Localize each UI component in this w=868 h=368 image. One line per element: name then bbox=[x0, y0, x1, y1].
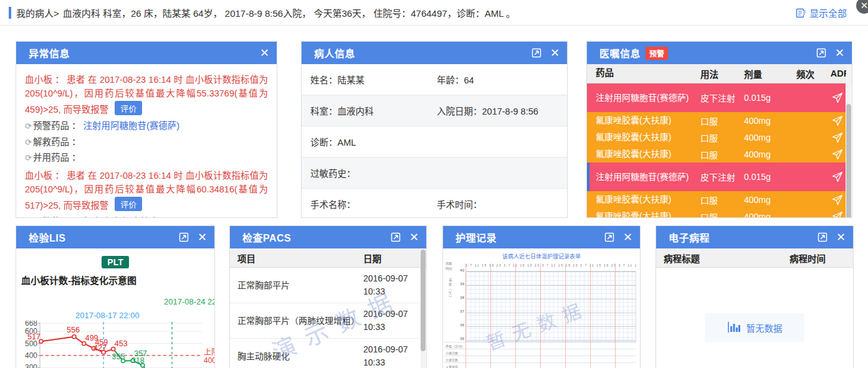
order-dose: 0.015g bbox=[744, 172, 796, 182]
order-dose: 0.015g bbox=[744, 93, 796, 103]
show-all-label: 显示全部 bbox=[809, 6, 847, 19]
order-row[interactable]: 注射用阿糖胞苷(赛德萨)皮下注射0.015g bbox=[587, 83, 846, 112]
send-adr-icon[interactable] bbox=[831, 131, 844, 144]
patient-field: 年龄：64 bbox=[437, 73, 567, 86]
send-adr-icon[interactable] bbox=[831, 171, 844, 183]
svg-text:517: 517 bbox=[27, 333, 41, 341]
nursing-panel: 护理记录 ✕ 该病人近七日体温护理记录表单 日期 时间 3 7 11 15 19… bbox=[442, 225, 641, 368]
panel-title: 检验LIS bbox=[29, 230, 65, 245]
cycle-icon: ⟳ bbox=[25, 217, 32, 218]
order-row[interactable]: 氟康唑胶囊(大扶康)口服400mg bbox=[587, 129, 846, 146]
alert-text: 血小板 ： 患者 在 2017-08-23 16:14 时 血小板计数指标值为 … bbox=[25, 171, 268, 210]
empty-state: 暂无数据 bbox=[705, 313, 804, 342]
expand-icon[interactable] bbox=[532, 48, 541, 58]
patient-info-row: 手术名称：手术时间： bbox=[302, 189, 567, 218]
order-drug: 氟康唑胶囊(大扶康) bbox=[587, 131, 700, 143]
order-row[interactable]: 氟康唑胶囊(大扶康)口服400mg bbox=[587, 191, 846, 208]
warning-badge: 预警 bbox=[646, 47, 668, 60]
svg-text:400: 400 bbox=[25, 351, 37, 360]
nursing-chart-title: 该病人近七日体温护理记录表单 bbox=[443, 252, 640, 260]
close-icon[interactable]: ✕ bbox=[835, 47, 844, 59]
order-dose: 400mg bbox=[744, 212, 796, 219]
warn-drug-link[interactable]: 注射用阿糖胞苷(赛德萨) bbox=[83, 121, 179, 131]
patient-info-row: 姓名：陆某某年龄：64 bbox=[302, 64, 567, 95]
expand-icon[interactable] bbox=[816, 48, 826, 58]
abnormal-info-panel: 异常信息 ✕ 血小板 ： 患者 在 2017-08-23 16:14 时 血小板… bbox=[16, 41, 277, 218]
lis-panel: 检验LIS ✕ PLT 血小板计数-指标变化示意图 2017-08-24 22:… bbox=[16, 225, 215, 368]
col-usage: 用法 bbox=[700, 67, 744, 80]
order-usage: 口服 bbox=[700, 115, 744, 127]
nursing-header: 护理记录 ✕ bbox=[443, 226, 640, 248]
pacs-item: 正常胸部平片 bbox=[230, 279, 360, 292]
ecourse-header: 电子病程 ✕ bbox=[656, 226, 853, 248]
expand-icon[interactable] bbox=[604, 232, 614, 242]
order-row[interactable]: 氟康唑胶囊(大扶康)口服400mg bbox=[587, 146, 846, 163]
close-icon[interactable]: ✕ bbox=[260, 47, 269, 59]
pacs-row[interactable]: 胸主动脉硬化2016-09-07 10:33 bbox=[230, 339, 420, 368]
nursing-row-label: 呼吸（次/分） bbox=[444, 342, 636, 349]
alert-block: 血小板 ： 患者 在 2017-08-23 16:14 时 血小板计数指标值为 … bbox=[25, 169, 268, 218]
rescue-drug-line: ⟳解救药品 ： bbox=[25, 135, 268, 149]
close-icon[interactable]: ✕ bbox=[409, 232, 419, 243]
pacs-row[interactable]: 正常胸部平片2016-09-07 10:33 bbox=[230, 268, 420, 303]
order-row[interactable]: 注射用阿糖胞苷(赛德萨)皮下注射0.015g bbox=[587, 163, 846, 191]
nursing-hours-row: 3 7 11 15 19 23 3 7 11 15 19 23 3 7 11 1… bbox=[465, 263, 636, 267]
pacs-column-header: 项目 日期 bbox=[230, 248, 426, 268]
order-usage: 皮下注射 bbox=[700, 171, 744, 183]
send-adr-icon[interactable] bbox=[831, 148, 844, 161]
close-icon[interactable]: ✕ bbox=[550, 47, 560, 59]
patient-info-header: 病人信息 ✕ bbox=[302, 42, 567, 64]
send-adr-icon[interactable] bbox=[831, 115, 844, 127]
warn-label: 预警药品 ： bbox=[33, 121, 81, 131]
patient-info-row: 诊断：AML bbox=[302, 126, 567, 158]
expand-icon[interactable] bbox=[391, 232, 401, 242]
col-course-title: 病程标题 bbox=[656, 252, 786, 265]
temp-tick: 38 bbox=[457, 296, 464, 300]
close-icon[interactable]: ✕ bbox=[836, 232, 846, 243]
send-adr-icon[interactable] bbox=[831, 194, 844, 206]
evaluate-button[interactable]: 评价 bbox=[115, 101, 142, 115]
svg-text:318: 318 bbox=[131, 356, 145, 365]
warn-drug-line: ⟳预警药品 ： 注射用阿糖胞苷(赛德萨) bbox=[25, 119, 268, 133]
order-usage: 口服 bbox=[700, 148, 744, 161]
evaluate-button[interactable]: 评价 bbox=[115, 197, 142, 211]
patient-field: 过敏药史： bbox=[310, 166, 437, 179]
patient-field: 手术时间： bbox=[437, 197, 567, 210]
patient-info-row: 科室：血液内科入院日期：2017-8-9 8:56 bbox=[302, 95, 567, 126]
scrollbar-thumb[interactable] bbox=[846, 104, 851, 218]
send-adr-icon[interactable] bbox=[831, 210, 844, 219]
col-date: 日期 bbox=[360, 252, 426, 265]
order-drug: 注射用阿糖胞苷(赛德萨) bbox=[589, 171, 700, 183]
order-row[interactable]: 氟康唑胶囊(大扶康)口服400mg bbox=[587, 112, 846, 129]
pacs-item: 胸主动脉硬化 bbox=[230, 350, 360, 363]
panel-title: 电子病程 bbox=[669, 230, 710, 245]
send-adr-icon[interactable] bbox=[831, 92, 844, 104]
chart-title: 血小板计数-指标变化示意图 bbox=[21, 273, 214, 286]
expand-icon[interactable] bbox=[179, 232, 189, 242]
cycle-icon: ⟳ bbox=[25, 138, 32, 147]
nursing-row-label: 入量毫升 bbox=[444, 362, 636, 368]
pacs-row[interactable]: 正常胸部平片（两肺纹理增粗）2016-09-07 10:33 bbox=[230, 303, 420, 339]
breadcrumb[interactable]: 我的病人> bbox=[16, 6, 59, 19]
scrollbar-thumb[interactable] bbox=[421, 250, 426, 351]
order-dose: 400mg bbox=[744, 116, 796, 126]
show-all-button[interactable]: 显示全部 bbox=[796, 6, 847, 19]
order-usage: 口服 bbox=[700, 131, 744, 144]
order-drug: 氟康唑胶囊(大扶康) bbox=[587, 210, 700, 218]
patient-rows: 姓名：陆某某年龄：64科室：血液内科入院日期：2017-8-9 8:56诊断：A… bbox=[302, 64, 567, 218]
order-row[interactable]: 氟康唑胶囊(大扶康)口服400mg bbox=[587, 208, 846, 218]
warn-drug-link[interactable]: 氟康唑胶囊(大扶康) bbox=[83, 217, 161, 218]
col-dose: 剂量 bbox=[744, 67, 796, 80]
pacs-panel: 检查PACS ✕ 项目 日期 正常胸部平片2016-09-07 10:33正常胸… bbox=[229, 225, 427, 368]
svg-text:556: 556 bbox=[67, 326, 80, 334]
expand-icon[interactable] bbox=[818, 232, 827, 242]
svg-text:400: 400 bbox=[204, 356, 215, 365]
svg-text:上限: 上限 bbox=[204, 348, 215, 357]
order-drug: 氟康唑胶囊(大扶康) bbox=[587, 194, 700, 205]
cycle-icon: ⟳ bbox=[25, 121, 32, 131]
warn-drug-line: ⟳预警药品 ： 氟康唑胶囊(大扶康) bbox=[25, 215, 268, 218]
corner-close-button[interactable]: ✕ bbox=[856, 0, 868, 14]
close-icon[interactable]: ✕ bbox=[623, 232, 632, 243]
close-icon[interactable]: ✕ bbox=[198, 232, 207, 243]
pacs-date: 2016-09-07 10:33 bbox=[360, 308, 420, 334]
